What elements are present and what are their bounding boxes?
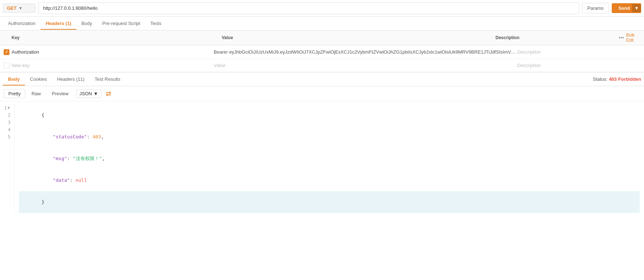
- send-label: Send: [618, 5, 630, 11]
- more-options-icon[interactable]: •••: [619, 35, 624, 41]
- url-input[interactable]: [38, 3, 579, 14]
- col-key-header: Key: [12, 35, 222, 40]
- new-header-checkbox: [4, 63, 12, 68]
- format-label: JSON: [79, 91, 92, 96]
- view-tab-preview[interactable]: Preview: [47, 89, 73, 98]
- header-row: Authorization Bearer eyJhbGciOiJIUzUxMiJ…: [0, 45, 644, 59]
- resp-tab-cookies[interactable]: Cookies: [25, 74, 52, 85]
- view-tab-pretty[interactable]: Pretty: [4, 89, 25, 98]
- code-line-4: "data": null: [19, 170, 640, 191]
- format-selector[interactable]: JSON ▼: [76, 89, 101, 98]
- method-label: GET: [7, 5, 17, 11]
- code-line-2: "statusCode": 403,: [19, 126, 640, 148]
- new-header-value-input[interactable]: Value: [214, 63, 517, 68]
- tab-tests[interactable]: Tests: [145, 18, 166, 30]
- code-line-1: {: [19, 104, 640, 126]
- method-chevron-icon: ▼: [19, 6, 22, 10]
- top-bar: GET ▼ Params Send ▼: [0, 0, 644, 17]
- format-chevron-icon: ▼: [93, 91, 98, 96]
- status-area: Status: 403 Forbidden: [593, 76, 641, 82]
- resp-tab-body[interactable]: Body: [3, 74, 25, 85]
- line-num-4: 4: [1, 126, 11, 133]
- new-header-key-input[interactable]: New key: [12, 63, 214, 68]
- line-num-1: 1 ▼: [1, 104, 11, 112]
- resp-tab-test-results[interactable]: Test Results: [89, 74, 125, 85]
- line-num-5: 5: [1, 133, 11, 141]
- view-tab-raw[interactable]: Raw: [27, 89, 46, 98]
- send-button[interactable]: Send ▼: [612, 3, 641, 13]
- header-checkbox[interactable]: [4, 49, 12, 55]
- send-dropdown-icon[interactable]: ▼: [632, 4, 641, 12]
- response-tabs: Body Cookies Headers (11) Test Results: [3, 74, 593, 85]
- new-header-desc-input[interactable]: Description: [517, 63, 640, 68]
- bulk-edit-button[interactable]: Bulk Edit: [626, 33, 640, 43]
- response-section: Body Cookies Headers (11) Test Results S…: [0, 72, 644, 216]
- tab-authorization[interactable]: Authorization: [3, 18, 41, 30]
- status-code: 403 Forbidden: [609, 76, 641, 82]
- line-numbers: 1 ▼ 2 3 4 5: [0, 104, 14, 213]
- line-num-2: 2: [1, 112, 11, 119]
- method-selector[interactable]: GET ▼: [3, 4, 35, 13]
- tab-prerequest[interactable]: Pre-request Script: [97, 18, 145, 30]
- line-num-3: 3: [1, 119, 11, 126]
- code-line-3: "msg": "没有权限！",: [19, 148, 640, 170]
- request-tabs: Authorization Headers (1) Body Pre-reque…: [0, 17, 644, 30]
- tab-body[interactable]: Body: [76, 18, 97, 30]
- collapse-arrow-icon[interactable]: ▼: [8, 104, 10, 112]
- header-description: Description: [517, 49, 640, 55]
- params-button[interactable]: Params: [582, 3, 609, 13]
- code-content: { "statusCode": 403, "msg": "没有权限！", "da…: [14, 104, 644, 213]
- code-line-5: }: [19, 191, 640, 213]
- code-area: 1 ▼ 2 3 4 5 { "statusCode": 403, "msg": …: [0, 101, 644, 216]
- response-tabs-bar: Body Cookies Headers (11) Test Results S…: [0, 72, 644, 86]
- headers-table-header: Key Value Description ••• Bulk Edit: [0, 30, 644, 45]
- col-desc-header: Description: [495, 35, 619, 40]
- wrap-icon[interactable]: ⇄: [106, 90, 111, 98]
- body-view-tabs: Pretty Raw Preview JSON ▼ ⇄: [0, 86, 644, 101]
- header-value[interactable]: Bearer eyJhbGciOiJIUzUxMiJ9.eyJzdWIiOiJ7…: [214, 49, 517, 55]
- tab-headers[interactable]: Headers (1): [41, 18, 76, 30]
- col-actions-header: ••• Bulk Edit: [619, 33, 640, 43]
- status-label: Status:: [593, 76, 607, 82]
- header-key[interactable]: Authorization: [12, 49, 214, 55]
- col-value-header: Value: [222, 35, 495, 40]
- resp-tab-headers[interactable]: Headers (11): [52, 74, 89, 85]
- new-header-row: New key Value Description: [0, 59, 644, 72]
